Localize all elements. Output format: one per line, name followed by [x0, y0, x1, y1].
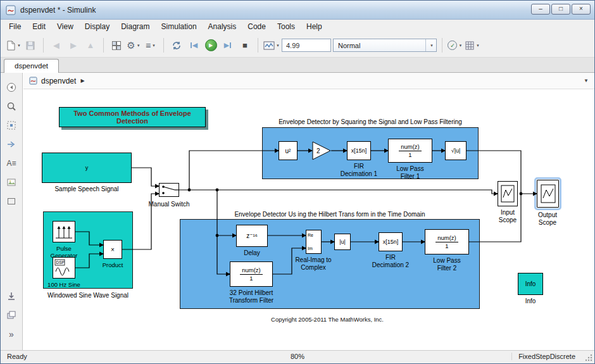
breadcrumb-model-name[interactable]: dspenvdet [41, 77, 76, 85]
simulink-app-icon [6, 5, 16, 15]
maximize-button[interactable]: □ [551, 4, 570, 15]
low-pass-filter-1-block[interactable]: num(z) 1 [388, 139, 432, 163]
copyright-annotation: Copyright 2005-2011 The MathWorks, Inc. [144, 316, 511, 323]
run-button[interactable]: ▶ [203, 37, 218, 54]
menu-simulation[interactable]: Simulation [156, 20, 203, 33]
image-icon[interactable] [4, 175, 18, 189]
fir-decimation-2-block[interactable]: x[15n] [379, 232, 403, 251]
menubar: File Edit View Display Diagram Simulatio… [1, 20, 594, 34]
zoom-icon[interactable] [4, 99, 18, 113]
forward-button[interactable]: ▶ [66, 37, 81, 54]
fit-to-view-icon[interactable] [4, 118, 18, 132]
delay-block[interactable]: z⁻¹⁶ [236, 225, 268, 247]
simulation-stop-time-field[interactable] [282, 39, 331, 52]
fir-decimation-1-block[interactable]: x[15n] [347, 141, 371, 160]
gain-block[interactable]: 2 [312, 141, 331, 160]
re-port-label: Re [308, 233, 313, 237]
combo-arrow[interactable]: ▼ [425, 39, 436, 51]
dropdown-icon[interactable]: ▼ [276, 44, 280, 47]
speech-signal-name: y [85, 165, 89, 171]
dropdown-icon[interactable]: ▼ [137, 44, 141, 47]
model-canvas[interactable]: Envelope Detector by Squaring the Signal… [23, 89, 594, 350]
breadcrumb-dropdown-icon[interactable]: ▼ [584, 78, 589, 84]
squaring-area-title: Envelope Detector by Squaring the Signal… [262, 118, 479, 125]
model-settings-button[interactable]: ⚙ ▼ [126, 37, 141, 54]
step-forward-button[interactable]: ▶ [220, 37, 235, 54]
workarea: A≡ » dspenvdet ▶ ▼ [1, 73, 594, 350]
low-pass-filter-2-block[interactable]: num(z) 1 [425, 229, 469, 254]
statusbar: Ready 80% FixedStepDiscrete [1, 350, 594, 363]
build-button[interactable]: ▼ [465, 37, 480, 54]
magnitude-block[interactable]: |u| [334, 234, 351, 250]
simulation-mode-combo[interactable]: Normal ▼ [333, 39, 437, 52]
dropdown-icon: ▼ [430, 44, 434, 47]
dropdown-icon[interactable]: ▼ [17, 44, 21, 47]
model-browser-toggle-icon[interactable] [4, 80, 18, 94]
layers-icon[interactable] [4, 308, 18, 322]
windowed-sine-label: Windowed Sine Wave Signal [30, 292, 146, 299]
simulink-window: dspenvdet * - Simulink – □ × File Edit V… [0, 0, 595, 364]
input-scope-block[interactable] [498, 181, 518, 206]
menu-view[interactable]: View [51, 20, 79, 33]
minimize-button[interactable]: – [531, 4, 550, 15]
hilbert-filter-block[interactable]: num(z) 1 [230, 261, 273, 287]
stop-button[interactable]: ■ [237, 37, 253, 54]
resize-grip[interactable] [584, 353, 593, 362]
simulation-display-button[interactable]: ▼ [263, 37, 280, 54]
info-block[interactable]: Info [518, 273, 543, 295]
menu-edit[interactable]: Edit [27, 20, 51, 33]
menu-help[interactable]: Help [301, 20, 328, 33]
save-icon [25, 41, 35, 51]
breadcrumb-arrow-icon[interactable]: ▶ [80, 78, 84, 84]
save-button[interactable] [23, 37, 38, 54]
menu-display[interactable]: Display [79, 20, 115, 33]
output-scope-block[interactable] [537, 180, 559, 208]
titlebar[interactable]: dspenvdet * - Simulink – □ × [1, 1, 594, 20]
window-controls: – □ × [531, 4, 591, 15]
fir-decimation-1-label: FIR Decimation 1 [336, 163, 382, 178]
separator [442, 38, 442, 53]
sample-speech-signal-label: Sample Speech Signal [42, 185, 132, 193]
output-scope-label: Output Scope [527, 211, 568, 227]
annotation-icon[interactable]: A≡ [4, 156, 18, 170]
pulse-generator-block[interactable] [53, 221, 75, 242]
update-diagram-button[interactable] [169, 37, 184, 54]
list-icon: ≡ [146, 41, 151, 51]
sqrt-block[interactable]: √|u| [445, 141, 467, 160]
title-annotation-block[interactable]: Two Common Methods of Envelope Detection [59, 107, 206, 127]
manual-switch-block[interactable] [159, 183, 179, 197]
direction-arrow-icon[interactable] [4, 137, 18, 151]
up-to-parent-button[interactable]: ▲ [83, 37, 98, 54]
sample-speech-signal-block[interactable]: y [42, 153, 132, 183]
stop-icon: ■ [242, 41, 247, 50]
svg-text:DSP: DSP [56, 260, 65, 265]
back-button[interactable]: ◀ [49, 37, 64, 54]
menu-diagram[interactable]: Diagram [115, 20, 155, 33]
product-block[interactable]: × [103, 240, 122, 259]
tab-dspenvdet[interactable]: dspenvdet [4, 59, 59, 73]
real-imag-to-complex-block[interactable]: Re Im [306, 230, 322, 254]
scope-screen-icon [501, 185, 515, 203]
gain-triangle-icon: 2 [312, 141, 331, 160]
window-layout-button[interactable] [109, 37, 124, 54]
dropdown-icon[interactable]: ▼ [152, 44, 156, 47]
box-area-icon[interactable] [4, 194, 18, 208]
sine-wave-label: 100 Hz Sine [35, 281, 93, 288]
menu-analysis[interactable]: Analysis [203, 20, 242, 33]
dropdown-icon[interactable]: ▼ [458, 44, 462, 47]
menu-tools[interactable]: Tools [272, 20, 301, 33]
expand-palette-icon[interactable]: » [4, 327, 18, 341]
dropdown-icon[interactable]: ▼ [476, 44, 480, 47]
new-model-button[interactable]: ▼ [6, 37, 21, 54]
low-pass-filter-2-label: Low Pass Filter 2 [423, 257, 470, 272]
viewmark-icon[interactable] [4, 289, 18, 303]
view-options-button[interactable]: ≡ ▼ [143, 37, 158, 54]
info-label: Info [518, 298, 543, 305]
math-square-block[interactable]: u² [279, 141, 298, 160]
step-back-button[interactable]: ◀ [186, 37, 201, 54]
close-button[interactable]: × [572, 4, 591, 15]
model-advisor-button[interactable]: ✓ ▼ [448, 37, 463, 54]
sine-wave-block[interactable]: DSP [53, 257, 75, 279]
menu-code[interactable]: Code [242, 20, 272, 33]
menu-file[interactable]: File [3, 20, 27, 33]
